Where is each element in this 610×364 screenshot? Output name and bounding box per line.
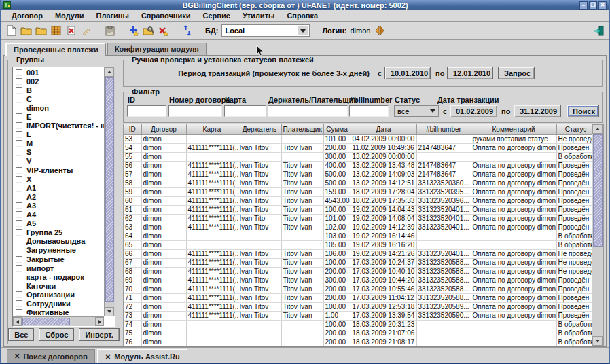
- filter-status-select[interactable]: все: [394, 105, 439, 117]
- groups-vscrollbar[interactable]: [104, 67, 115, 316]
- table-vscroll-thumb[interactable]: [593, 134, 603, 247]
- group-list-item[interactable]: Фиктивные: [13, 308, 104, 316]
- group-checkbox[interactable]: [16, 131, 22, 138]
- filter-from-date[interactable]: 01.02.2009: [450, 105, 497, 117]
- add-item-icon[interactable]: [128, 25, 139, 37]
- group-list-item[interactable]: Организации: [13, 290, 104, 299]
- period-from-date[interactable]: 10.01.2010: [384, 67, 431, 79]
- groups-vscroll-thumb[interactable]: [105, 77, 114, 302]
- group-checkbox[interactable]: [16, 149, 22, 156]
- group-checkbox[interactable]: [16, 202, 22, 209]
- group-list-item[interactable]: X: [13, 175, 104, 183]
- group-checkbox[interactable]: [16, 185, 22, 192]
- filter-to-date[interactable]: 31.12.2009: [514, 105, 561, 117]
- filter-contract-input[interactable]: [168, 105, 222, 117]
- group-checkbox[interactable]: [16, 256, 22, 263]
- title-bar[interactable]: BGBillingClient (вер. сборка от ) UFANET…: [1, 0, 609, 10]
- group-list-item[interactable]: Долываоылдва: [13, 237, 104, 246]
- group-list-item[interactable]: E: [13, 112, 104, 121]
- open-folder-alt-icon[interactable]: [35, 25, 47, 37]
- table-row[interactable]: 53dimon101.0004.02.2009 00:00:00руками п…: [124, 134, 595, 143]
- scroll-down-icon[interactable]: [592, 336, 603, 346]
- filter-card-input[interactable]: [224, 105, 266, 117]
- minimize-button[interactable]: –: [579, 1, 588, 10]
- table-row[interactable]: 69dimon411111****1111(...Ivan TitovTitov…: [124, 276, 595, 285]
- filter-billnumber-input[interactable]: [349, 105, 389, 117]
- scroll-up-icon[interactable]: [592, 124, 603, 134]
- groups-hscroll-thumb[interactable]: [22, 318, 70, 325]
- menu-item[interactable]: Модули: [49, 12, 90, 20]
- group-checkbox[interactable]: [16, 105, 22, 111]
- groups-hscrollbar[interactable]: [13, 316, 104, 326]
- group-checkbox[interactable]: [16, 194, 22, 200]
- tab-payments[interactable]: Проведенные платежи: [5, 43, 106, 56]
- table-row[interactable]: 73dimon411111****1111(...Ivan TitovTitov…: [124, 311, 595, 320]
- group-list-item[interactable]: карта - подарок: [13, 272, 104, 281]
- table-row[interactable]: 68dimon411111****1111(...Ivan TitovTitov…: [124, 267, 595, 276]
- group-checkbox[interactable]: [16, 211, 22, 218]
- group-checkbox[interactable]: [16, 283, 22, 289]
- table-row[interactable]: 58dimon411111****1111(...Ivan TitovTitov…: [124, 179, 595, 187]
- scroll-right-icon[interactable]: [95, 317, 104, 326]
- group-list-item[interactable]: A4: [13, 211, 104, 219]
- query-button[interactable]: Запрос: [498, 67, 535, 79]
- column-header[interactable]: Комментарий: [471, 124, 556, 134]
- group-checkbox[interactable]: [16, 167, 22, 174]
- bottom-tab-contract-search[interactable]: ✕ Поиск договоров: [7, 349, 95, 363]
- period-to-date[interactable]: 12.01.2010: [447, 67, 493, 79]
- table-row[interactable]: 61dimon411111****1111(...Ivan TitovTitov…: [124, 205, 595, 214]
- column-header[interactable]: #billnumber: [416, 124, 471, 134]
- scroll-down-icon[interactable]: [105, 307, 114, 316]
- group-list-item[interactable]: L: [13, 130, 104, 139]
- group-list-item[interactable]: M: [13, 139, 104, 148]
- close-icon[interactable]: ✕: [14, 352, 20, 360]
- menu-item[interactable]: Плагины: [90, 12, 134, 20]
- group-list-item[interactable]: A3: [13, 201, 104, 210]
- group-list-item[interactable]: A5: [13, 219, 104, 228]
- group-checkbox[interactable]: [16, 158, 22, 164]
- tab-module-config[interactable]: Конфигурация модуля: [107, 43, 207, 56]
- table-row[interactable]: 66dimon411111****1111(...Ivan TitovTitov…: [124, 249, 595, 258]
- column-header[interactable]: ID: [124, 124, 141, 134]
- table-row[interactable]: 54dimon411111****1111(...Ivan TitovTitov…: [124, 143, 595, 152]
- table-row[interactable]: 60dimon411111****1111(...Ivan TitovTitov…: [124, 196, 595, 205]
- table-icon[interactable]: [50, 25, 62, 37]
- table-row[interactable]: 56dimon411111****1111(...Ivan TitovTitov…: [124, 161, 595, 170]
- group-checkbox[interactable]: [16, 140, 22, 147]
- group-list-item[interactable]: VIP-клиенты: [13, 166, 104, 175]
- open-folder-icon[interactable]: [20, 25, 32, 37]
- menu-item[interactable]: Утилиты: [236, 12, 281, 20]
- group-list-item[interactable]: Загруженные: [13, 246, 104, 255]
- menu-item[interactable]: Договор: [5, 12, 49, 20]
- menu-item[interactable]: Справка: [281, 12, 324, 20]
- column-header[interactable]: Дата: [351, 124, 416, 134]
- column-header[interactable]: Договор: [141, 124, 186, 134]
- group-checkbox[interactable]: [16, 238, 22, 244]
- table-row[interactable]: 64dimon103.0019.02.2009 16:14:46В обрабо…: [124, 232, 595, 240]
- group-checkbox[interactable]: [16, 300, 22, 307]
- group-list-item[interactable]: Каточки: [13, 281, 104, 290]
- group-checkbox[interactable]: [16, 291, 22, 298]
- group-checkbox[interactable]: [16, 96, 22, 103]
- column-header[interactable]: Карта: [186, 124, 238, 134]
- table-vscrollbar[interactable]: [592, 124, 603, 346]
- filter-id-input[interactable]: [127, 105, 166, 117]
- group-list-item[interactable]: 002: [13, 77, 104, 86]
- group-list-item[interactable]: A1: [13, 183, 104, 192]
- scroll-left-icon[interactable]: [13, 317, 22, 326]
- bottom-tab-assist-module[interactable]: ✕ Модуль Assist.Ru: [97, 349, 187, 363]
- table-row[interactable]: 63dimon411111****1111(...Ivan TitovTitov…: [124, 223, 595, 232]
- menu-item[interactable]: Сервис: [196, 12, 236, 20]
- table-row[interactable]: 71dimon411111****1111(...Ivan TitovTitov…: [124, 293, 595, 302]
- table-row[interactable]: 70dimon411111****1111(...Ivan TitovTitov…: [124, 285, 595, 293]
- group-checkbox[interactable]: [16, 69, 22, 76]
- invert-button[interactable]: Инверт.: [79, 328, 119, 341]
- db-select[interactable]: Local: [221, 24, 310, 37]
- group-checkbox[interactable]: [16, 309, 22, 316]
- exit-icon[interactable]: [593, 25, 605, 37]
- refresh-icon[interactable]: [181, 25, 193, 37]
- table-row[interactable]: 72dimon411111****1111(...Ivan TitovTitov…: [124, 302, 595, 311]
- filter-holder-input[interactable]: [268, 105, 348, 117]
- group-checkbox[interactable]: [16, 78, 22, 85]
- group-list-item[interactable]: dimon: [13, 103, 104, 112]
